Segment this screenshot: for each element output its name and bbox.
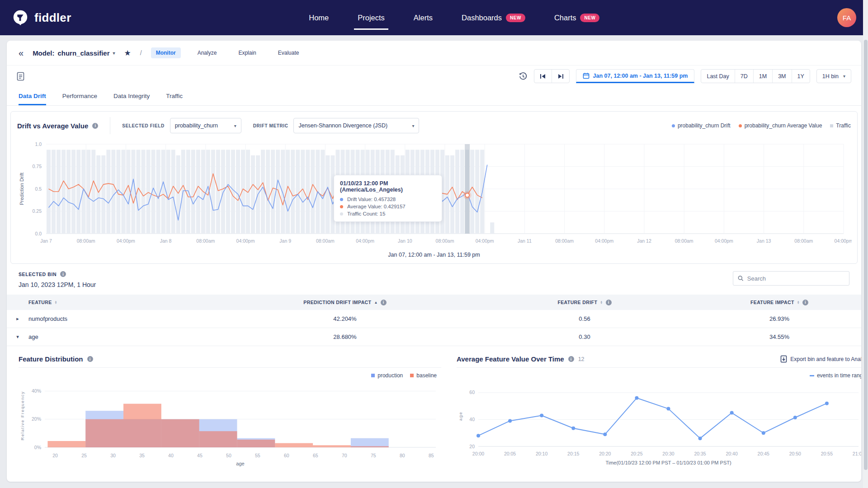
- export-to-analyze-link[interactable]: Export bin and feature to Analyze: [780, 355, 861, 363]
- preset-7d[interactable]: 7D: [735, 70, 753, 83]
- column-feature[interactable]: FEATURE ▲▼: [28, 300, 218, 305]
- column-feature-impact[interactable]: FEATURE IMPACT ▲▼ i: [698, 300, 861, 305]
- svg-text:20:45: 20:45: [758, 451, 769, 456]
- selected-field-select[interactable]: probability_churn ▾: [170, 118, 241, 133]
- time-presets: Last Day 7D 1M 3M 1Y: [701, 69, 810, 83]
- table-row-numofproducts[interactable]: ▸ numofproducts 42.204% 0.56 26.93%: [7, 310, 861, 328]
- svg-text:30: 30: [110, 453, 116, 458]
- section-monitor[interactable]: Monitor: [151, 47, 181, 58]
- scrollbar-thumb[interactable]: [864, 40, 868, 470]
- model-bar: « Model: churn_classifier ▾ ★ / Monitor …: [7, 41, 861, 66]
- info-icon[interactable]: i: [802, 300, 808, 305]
- collapse-row-icon[interactable]: ▾: [7, 334, 28, 340]
- svg-text:Jan 11: Jan 11: [518, 238, 532, 244]
- svg-text:Prediction Drift: Prediction Drift: [19, 173, 24, 205]
- cell-feature-impact: 26.93%: [698, 315, 861, 322]
- toolbar-right: Jan 07, 12:00 am - Jan 13, 11:59 pm Last…: [519, 69, 851, 83]
- history-icon[interactable]: [519, 72, 528, 81]
- svg-text:04:00pm: 04:00pm: [117, 238, 135, 244]
- average-feature-value-section: Average Feature Value Over Time i 12 Exp…: [457, 355, 861, 471]
- fiddler-logo-icon: [12, 9, 29, 26]
- nav-item-home[interactable]: Home: [309, 0, 329, 35]
- nav-item-alerts[interactable]: Alerts: [414, 0, 433, 35]
- bin-size-select[interactable]: 1H bin ▾: [816, 69, 851, 83]
- tab-data-integrity[interactable]: Data Integrity: [113, 93, 150, 105]
- nav-item-charts[interactable]: Charts NEW: [554, 0, 599, 35]
- expand-row-icon[interactable]: ▸: [7, 316, 28, 322]
- legend-drift[interactable]: probability_churn Drift: [672, 122, 731, 129]
- cell-feature-drift: 0.56: [472, 315, 698, 322]
- svg-text:04:00pm: 04:00pm: [356, 238, 374, 244]
- legend-events[interactable]: events in time range: [810, 372, 861, 379]
- svg-text:70: 70: [342, 453, 347, 458]
- nav-item-dashboards[interactable]: Dashboards NEW: [462, 0, 525, 35]
- drift-chart[interactable]: 01/10/23 12:00 PM (America/Los_Angeles) …: [17, 141, 851, 250]
- cell-feature-impact: 34.55%: [698, 333, 861, 340]
- svg-text:age: age: [458, 412, 463, 421]
- svg-text:85: 85: [429, 453, 434, 458]
- nav-item-projects[interactable]: Projects: [358, 0, 385, 35]
- feature-distribution-title: Feature Distribution: [19, 355, 83, 363]
- column-prediction-drift-impact[interactable]: PREDICTION DRIFT IMPACT ▲ i: [218, 300, 472, 305]
- report-doc-icon[interactable]: [17, 72, 24, 81]
- preset-1y[interactable]: 1Y: [792, 70, 810, 83]
- svg-text:1.0: 1.0: [35, 141, 42, 147]
- selected-bin-row: SELECTED BIN i Jan 10, 2023 12PM, 1 Hour: [7, 264, 861, 288]
- model-selector[interactable]: Model: churn_classifier ▾: [33, 49, 115, 57]
- legend-production[interactable]: production: [371, 372, 403, 379]
- preset-3m[interactable]: 3M: [772, 70, 791, 83]
- section-analyze[interactable]: Analyze: [193, 47, 222, 58]
- svg-text:0%: 0%: [34, 445, 41, 450]
- next-bin-button[interactable]: [552, 70, 569, 83]
- svg-text:Relative Frequency: Relative Frequency: [20, 391, 25, 441]
- section-explain[interactable]: Explain: [233, 47, 261, 58]
- preset-1m[interactable]: 1M: [753, 70, 772, 83]
- preset-last-day[interactable]: Last Day: [701, 70, 734, 83]
- svg-text:20: 20: [469, 444, 475, 449]
- svg-text:04:00pm: 04:00pm: [476, 238, 494, 244]
- average-feature-chart[interactable]: 20406020:0020:0520:1020:1520:2020:2520:3…: [457, 379, 861, 471]
- svg-text:08:00am: 08:00am: [196, 238, 215, 244]
- column-feature-drift[interactable]: FEATURE DRIFT ▲▼ i: [472, 300, 698, 305]
- fiddler-brand[interactable]: fiddler: [12, 9, 71, 26]
- favorite-star-icon[interactable]: ★: [124, 48, 131, 58]
- tab-data-drift[interactable]: Data Drift: [19, 93, 46, 105]
- user-avatar[interactable]: FA: [837, 8, 856, 27]
- info-icon[interactable]: i: [92, 123, 98, 129]
- event-count: 12: [578, 356, 585, 362]
- search-input[interactable]: [747, 275, 844, 282]
- info-icon[interactable]: i: [568, 356, 574, 362]
- svg-text:35: 35: [139, 453, 145, 458]
- tab-performance[interactable]: Performance: [62, 93, 97, 105]
- feature-distribution-chart[interactable]: 0%20%40%2025303540455055606570758085ageR…: [19, 379, 441, 471]
- date-range-picker[interactable]: Jan 07, 12:00 am - Jan 13, 11:59 pm: [576, 69, 695, 83]
- tooltip-drift-value: Drift Value: 0.457328: [340, 197, 436, 202]
- legend-baseline[interactable]: baseline: [410, 372, 437, 379]
- svg-text:20:15: 20:15: [567, 451, 579, 456]
- model-sections: Monitor Analyze Explain Evaluate: [151, 47, 304, 58]
- svg-text:08:00am: 08:00am: [436, 238, 454, 244]
- svg-text:80: 80: [400, 453, 405, 458]
- svg-text:0.0: 0.0: [35, 231, 42, 236]
- previous-bin-button[interactable]: [534, 70, 552, 83]
- sort-icon: ▲▼: [797, 300, 800, 305]
- svg-text:45: 45: [197, 453, 203, 458]
- svg-text:0.5: 0.5: [35, 186, 42, 192]
- info-icon[interactable]: i: [87, 356, 93, 362]
- feature-search[interactable]: [733, 271, 849, 286]
- svg-text:50: 50: [226, 453, 231, 458]
- legend-average-value[interactable]: probability_churn Average Value: [739, 122, 822, 129]
- page-scrollbar[interactable]: [863, 0, 868, 488]
- info-icon[interactable]: i: [606, 300, 612, 305]
- table-row-age[interactable]: ▾ age 28.680% 0.30 34.55%: [7, 328, 861, 346]
- section-evaluate[interactable]: Evaluate: [273, 47, 304, 58]
- legend-traffic[interactable]: Traffic: [830, 122, 851, 129]
- info-icon[interactable]: i: [381, 300, 387, 305]
- chart-tooltip: 01/10/23 12:00 PM (America/Los_Angeles) …: [334, 175, 442, 222]
- drift-metric-select[interactable]: Jensen-Shannon Divergence (JSD) ▾: [293, 118, 419, 133]
- tab-traffic[interactable]: Traffic: [166, 93, 183, 105]
- svg-text:20:00: 20:00: [472, 451, 484, 456]
- collapse-sidebar-icon[interactable]: «: [19, 48, 24, 58]
- info-icon[interactable]: i: [60, 271, 66, 277]
- new-badge: NEW: [580, 14, 599, 22]
